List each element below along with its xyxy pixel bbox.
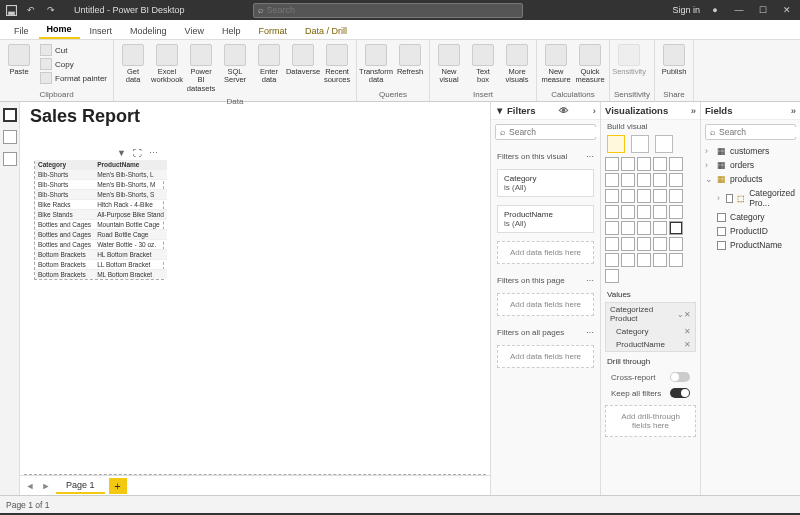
report-view-button[interactable]	[3, 108, 17, 122]
visual-type-tile[interactable]	[621, 205, 635, 219]
sql-button[interactable]: SQL Server	[220, 42, 250, 87]
filter-card-category[interactable]: Categoryis (All)	[497, 169, 594, 197]
powerbi-datasets-button[interactable]: Power BI datasets	[186, 42, 216, 95]
titlebar-search[interactable]: ⌕	[253, 3, 523, 18]
visual-type-tile[interactable]	[653, 173, 667, 187]
tab-format[interactable]: Format	[250, 23, 295, 39]
visual-type-tile[interactable]	[669, 157, 683, 171]
column-header[interactable]: Category	[35, 160, 94, 170]
visual-type-tile[interactable]	[637, 189, 651, 203]
tab-data-drill[interactable]: Data / Drill	[297, 23, 355, 39]
visual-type-tile[interactable]	[605, 173, 619, 187]
visual-type-tile[interactable]	[637, 221, 651, 235]
more-visuals-button[interactable]: More visuals	[502, 42, 532, 87]
sign-in-link[interactable]: Sign in	[672, 5, 700, 15]
visual-type-tile[interactable]	[653, 221, 667, 235]
undo-icon[interactable]: ↶	[24, 3, 38, 17]
filters-page-dropzone[interactable]: Add data fields here	[497, 293, 594, 316]
minimize-button[interactable]: —	[730, 1, 748, 19]
visual-type-tile[interactable]	[637, 157, 651, 171]
publish-button[interactable]: Publish	[659, 42, 689, 78]
show-filter-icon[interactable]: 👁	[559, 105, 569, 116]
page-prev-button[interactable]: ◄	[24, 480, 36, 492]
table-products[interactable]: ⌄▦products	[701, 172, 800, 186]
filters-search[interactable]: ⌕	[495, 124, 596, 140]
visual-type-tile[interactable]	[653, 189, 667, 203]
more-options-icon[interactable]: ⋯	[149, 148, 159, 158]
table-row[interactable]: Bottles and CagesMountain Bottle Cage	[35, 220, 167, 230]
field-checkbox[interactable]	[717, 227, 726, 236]
visual-type-tile[interactable]	[621, 253, 635, 267]
field-categorized-product[interactable]: ›⬚Categorized Pro...	[701, 186, 800, 210]
copy-button[interactable]: Copy	[40, 58, 107, 70]
visual-type-tile[interactable]	[669, 221, 683, 235]
recent-sources-button[interactable]: Recent sources	[322, 42, 352, 87]
new-visual-button[interactable]: New visual	[434, 42, 464, 87]
table-row[interactable]: Bottom BracketsHL Bottom Bracket	[35, 250, 167, 260]
collapse-viz-icon[interactable]: »	[691, 105, 696, 116]
enter-data-button[interactable]: Enter data	[254, 42, 284, 87]
field-productid[interactable]: ProductID	[701, 224, 800, 238]
keep-filters-toggle[interactable]	[670, 388, 690, 398]
visual-type-tile[interactable]	[605, 157, 619, 171]
visual-type-tile[interactable]	[653, 205, 667, 219]
cross-report-toggle[interactable]	[670, 372, 690, 382]
visual-type-tile[interactable]	[653, 157, 667, 171]
fields-search[interactable]: ⌕	[705, 124, 796, 140]
table-row[interactable]: Bike StandsAll-Purpose Bike Stand	[35, 210, 167, 220]
tab-file[interactable]: File	[6, 23, 37, 39]
field-checkbox[interactable]	[717, 241, 726, 250]
visual-type-tile[interactable]	[669, 237, 683, 251]
visual-type-tile[interactable]	[637, 205, 651, 219]
tab-home[interactable]: Home	[39, 21, 80, 39]
visual-type-tile[interactable]	[621, 221, 635, 235]
tab-insert[interactable]: Insert	[82, 23, 121, 39]
new-measure-button[interactable]: New measure	[541, 42, 571, 87]
table-orders[interactable]: ›▦orders	[701, 158, 800, 172]
visual-type-tile[interactable]	[605, 253, 619, 267]
page-next-button[interactable]: ►	[40, 480, 52, 492]
add-page-button[interactable]: +	[109, 478, 127, 494]
more-icon[interactable]: ⋯	[586, 328, 594, 337]
format-painter-button[interactable]: Format painter	[40, 72, 107, 84]
visual-type-tile[interactable]	[637, 173, 651, 187]
column-header[interactable]: ProductName	[94, 160, 167, 170]
focus-mode-icon[interactable]: ⛶	[133, 148, 143, 158]
visual-type-tile[interactable]	[669, 189, 683, 203]
remove-well-icon[interactable]: ✕	[684, 310, 691, 319]
tab-modeling[interactable]: Modeling	[122, 23, 175, 39]
filter-card-productname[interactable]: ProductNameis (All)	[497, 205, 594, 233]
values-well[interactable]: Categorized Product⌄✕ Category✕ ProductN…	[605, 302, 696, 352]
filters-all-dropzone[interactable]: Add data fields here	[497, 345, 594, 368]
table-row[interactable]: Bottles and CagesWater Bottle - 30 oz.	[35, 240, 167, 250]
sensitivity-button[interactable]: Sensitivity	[614, 42, 644, 78]
table-row[interactable]: Bib-ShortsMen's Bib-Shorts, S	[35, 190, 167, 200]
visual-type-tile[interactable]	[669, 205, 683, 219]
titlebar-search-input[interactable]	[267, 5, 518, 15]
visual-type-tile[interactable]	[669, 173, 683, 187]
field-checkbox[interactable]	[726, 194, 733, 203]
dataverse-button[interactable]: Dataverse	[288, 42, 318, 78]
quick-measure-button[interactable]: Quick measure	[575, 42, 605, 87]
table-row[interactable]: Bike RacksHitch Rack - 4-Bike	[35, 200, 167, 210]
visual-type-tile[interactable]	[605, 221, 619, 235]
close-button[interactable]: ✕	[778, 1, 796, 19]
visual-type-tile[interactable]	[605, 269, 619, 283]
table-row[interactable]: Bib-ShortsMen's Bib-Shorts, L	[35, 170, 167, 180]
excel-button[interactable]: Excel workbook	[152, 42, 182, 87]
table-row[interactable]: Bottom BracketsML Bottom Bracket	[35, 270, 167, 280]
cut-button[interactable]: Cut	[40, 44, 107, 56]
report-canvas[interactable]: ▼ ⛶ ⋯ CategoryProductNameBib-ShortsMen's…	[24, 131, 486, 475]
paste-button[interactable]: Paste	[4, 42, 34, 78]
visual-type-tile[interactable]	[605, 189, 619, 203]
filters-visual-dropzone[interactable]: Add data fields here	[497, 241, 594, 264]
visual-type-tile[interactable]	[621, 173, 635, 187]
transform-data-button[interactable]: Transform data	[361, 42, 391, 87]
data-view-button[interactable]	[3, 130, 17, 144]
get-data-button[interactable]: Get data	[118, 42, 148, 87]
chevron-down-icon[interactable]: ⌄	[677, 310, 684, 319]
maximize-button[interactable]: ☐	[754, 1, 772, 19]
page-tab-1[interactable]: Page 1	[56, 478, 105, 494]
format-tab-icon[interactable]	[631, 135, 649, 153]
text-box-button[interactable]: Text box	[468, 42, 498, 87]
